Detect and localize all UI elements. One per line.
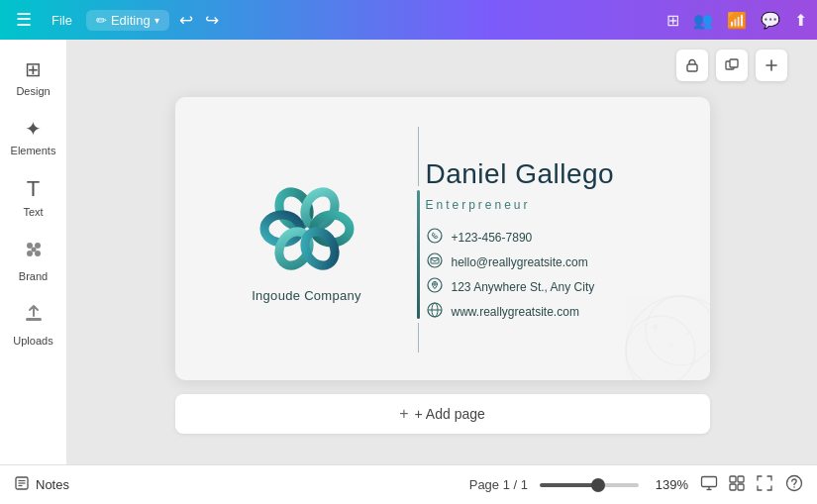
comment-icon[interactable]: 💬 <box>761 11 780 30</box>
card-company-name: Ingoude Company <box>252 288 361 303</box>
svg-rect-19 <box>431 258 439 264</box>
svg-point-3 <box>35 251 41 256</box>
svg-point-4 <box>31 248 36 252</box>
svg-text:✦: ✦ <box>666 338 676 352</box>
sidebar-item-text-label: Text <box>23 206 43 218</box>
sidebar-item-brand-label: Brand <box>19 270 48 282</box>
card-left: Ingoude Company <box>203 127 411 353</box>
location-icon <box>426 277 444 296</box>
svg-rect-40 <box>730 484 736 490</box>
notes-label: Notes <box>36 477 69 492</box>
add-page-label: + Add page <box>415 406 485 422</box>
stats-icon[interactable]: 📶 <box>727 11 747 30</box>
main-area: ⊞ Design ✦ Elements T Text Brand <box>0 40 817 464</box>
menu-icon[interactable]: ☰ <box>10 5 38 35</box>
svg-point-18 <box>428 253 442 267</box>
decorative-circles: ✦ ✦ ✦ <box>591 261 710 380</box>
undo-redo-group: ↩ ↪ <box>175 8 223 33</box>
company-logo <box>253 177 361 276</box>
sidebar-item-text[interactable]: T Text <box>5 168 62 226</box>
contact-phone: +123-456-7890 <box>426 228 682 247</box>
svg-point-0 <box>27 243 33 249</box>
contact-address-value: 123 Anywhere St., Any City <box>452 280 595 294</box>
add-element-button[interactable] <box>756 50 787 81</box>
canvas-area: Ingoude Company Daniel Gallego Enterpren… <box>67 40 817 464</box>
sidebar-item-design-label: Design <box>16 85 50 97</box>
text-icon: T <box>27 176 40 202</box>
elements-icon: ✦ <box>25 117 42 141</box>
zoom-percent: 139% <box>651 477 688 492</box>
svg-rect-41 <box>738 484 744 490</box>
zoom-slider-group <box>540 483 639 487</box>
view-icons <box>700 474 773 495</box>
grid-icon[interactable]: ⊞ <box>666 11 679 30</box>
business-card[interactable]: Ingoude Company Daniel Gallego Enterpren… <box>175 97 710 380</box>
share-people-icon[interactable]: 👥 <box>693 11 713 30</box>
sidebar-item-uploads-label: Uploads <box>13 335 52 347</box>
chevron-down-icon: ▾ <box>154 15 159 26</box>
svg-rect-6 <box>687 64 697 71</box>
svg-point-43 <box>793 486 795 488</box>
notes-button[interactable]: Notes <box>14 475 69 494</box>
svg-rect-35 <box>702 477 717 487</box>
lock-button[interactable] <box>676 50 708 81</box>
design-icon: ⊞ <box>25 57 42 81</box>
svg-point-12 <box>298 186 340 231</box>
website-icon <box>426 302 444 321</box>
duplicate-button[interactable] <box>716 50 748 81</box>
phone-icon <box>426 228 444 247</box>
svg-point-16 <box>298 226 340 270</box>
email-icon <box>426 252 444 271</box>
svg-point-42 <box>787 476 802 491</box>
sidebar-item-elements-label: Elements <box>11 145 56 156</box>
svg-point-1 <box>35 243 41 249</box>
svg-point-21 <box>433 283 435 285</box>
svg-rect-39 <box>738 476 744 482</box>
sidebar: ⊞ Design ✦ Elements T Text Brand <box>0 40 67 464</box>
contact-email-value: hello@reallygreatsite.com <box>452 255 588 269</box>
add-page-bar[interactable]: + + Add page <box>175 394 710 434</box>
card-title: Enterpreneur <box>426 198 682 212</box>
zoom-slider[interactable] <box>540 483 639 487</box>
svg-point-2 <box>27 251 33 256</box>
svg-text:✦: ✦ <box>684 328 692 339</box>
svg-text:✦: ✦ <box>649 319 662 336</box>
pencil-icon: ✏ <box>96 13 107 28</box>
help-icon[interactable] <box>785 474 803 495</box>
sidebar-item-brand[interactable]: Brand <box>5 230 62 290</box>
uploads-icon <box>22 302 46 331</box>
notes-icon <box>14 475 30 494</box>
page-indicator: Page 1 / 1 <box>469 477 528 492</box>
contact-phone-value: +123-456-7890 <box>452 231 533 245</box>
topbar: ☰ File ✏ Editing ▾ ↩ ↪ ⊞ 👥 📶 💬 ⬆ <box>0 0 817 40</box>
editing-dropdown[interactable]: ✏ Editing ▾ <box>86 10 169 31</box>
bottombar: Notes Page 1 / 1 139% <box>0 464 817 504</box>
float-toolbar <box>676 50 787 81</box>
fullscreen-icon[interactable] <box>756 474 773 495</box>
svg-rect-8 <box>730 59 738 67</box>
redo-button[interactable]: ↪ <box>201 8 223 33</box>
add-page-icon: + <box>399 405 408 423</box>
svg-rect-5 <box>26 318 42 321</box>
sidebar-item-elements[interactable]: ✦ Elements <box>5 109 62 164</box>
card-name: Daniel Gallego <box>426 158 682 190</box>
editing-label: Editing <box>111 13 151 28</box>
grid-view-icon[interactable] <box>728 474 746 495</box>
topbar-actions: ⊞ 👥 📶 💬 ⬆ <box>666 11 807 30</box>
contact-website-value: www.reallygreatsite.com <box>452 305 579 319</box>
sidebar-item-design[interactable]: ⊞ Design <box>5 50 62 105</box>
brand-icon <box>22 238 46 266</box>
sidebar-item-uploads[interactable]: Uploads <box>5 294 62 354</box>
desktop-view-icon[interactable] <box>700 474 718 495</box>
svg-rect-38 <box>730 476 736 482</box>
publish-icon[interactable]: ⬆ <box>794 11 807 30</box>
undo-button[interactable]: ↩ <box>175 8 197 33</box>
file-button[interactable]: File <box>44 9 80 32</box>
